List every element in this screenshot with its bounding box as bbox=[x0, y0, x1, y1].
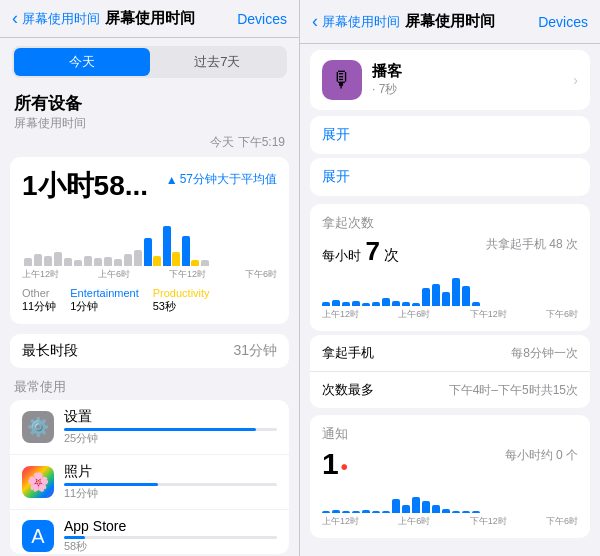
appstore-icon: A bbox=[22, 520, 54, 552]
usage-main-row: 1小时58... ▲ 57分钟大于平均值 bbox=[22, 167, 277, 205]
legend-other: Other 11分钟 bbox=[22, 287, 56, 314]
most-used-label: 最常使用 bbox=[0, 372, 299, 398]
chart-label-2: 下午12时 bbox=[169, 268, 206, 281]
chart-legend: Other 11分钟 Entertainment 1分钟 Productivit… bbox=[22, 287, 277, 314]
app-info-appstore: App Store 58秒 bbox=[64, 518, 277, 554]
segment-7days[interactable]: 过去7天 bbox=[150, 48, 286, 76]
podcast-time: · 7秒 bbox=[372, 81, 573, 98]
pickups-left: 每小时 7 次 bbox=[322, 236, 399, 267]
pickups-num: 7 bbox=[365, 236, 379, 266]
right-panel: ‹ 屏幕使用时间 屏幕使用时间 Devices 🎙 播客 · 7秒 › 展开 展… bbox=[300, 0, 600, 556]
app-name-appstore: App Store bbox=[64, 518, 277, 534]
pickups-unit: 次 bbox=[384, 246, 399, 263]
segment-today[interactable]: 今天 bbox=[14, 48, 150, 76]
usage-card: 1小时58... ▲ 57分钟大于平均值 bbox=[10, 157, 289, 324]
pickup-phone-label: 拿起手机 bbox=[322, 344, 374, 362]
legend-productivity: Productivity 53秒 bbox=[153, 287, 210, 314]
arrow-up-icon: ▲ bbox=[166, 173, 178, 187]
pickups-total: 共拿起手机 48 次 bbox=[486, 236, 578, 253]
app-name-settings: 设置 bbox=[64, 408, 277, 426]
left-back-icon: ‹ bbox=[12, 8, 18, 29]
podcast-icon: 🎙 bbox=[322, 60, 362, 100]
app-item-settings[interactable]: ⚙️ 设置 25分钟 bbox=[10, 400, 289, 455]
screen-time-sub: 屏幕使用时间 bbox=[14, 115, 285, 132]
usage-chart: 上午12时 上午6时 下午12时 下午6时 Other 11分钟 Enterta… bbox=[22, 211, 277, 314]
pickups-prefix: 每小时 bbox=[322, 248, 361, 263]
right-devices-btn[interactable]: Devices bbox=[538, 14, 588, 30]
notif-header: 通知 bbox=[322, 425, 578, 443]
notif-chart bbox=[322, 485, 578, 513]
podcast-name: 播客 bbox=[372, 62, 573, 81]
expand-row-2[interactable]: 展开 bbox=[310, 158, 590, 196]
app-list: ⚙️ 设置 25分钟 🌸 照片 11分钟 A App Store 58秒 bbox=[10, 400, 289, 554]
podcast-chevron: › bbox=[573, 72, 578, 88]
right-title: 屏幕使用时间 bbox=[405, 12, 495, 31]
app-name-photos: 照片 bbox=[64, 463, 277, 481]
left-panel: ‹ 屏幕使用时间 屏幕使用时间 Devices 今天 过去7天 所有设备 屏幕使… bbox=[0, 0, 300, 556]
app-time-photos: 11分钟 bbox=[64, 486, 277, 501]
left-devices-btn[interactable]: Devices bbox=[237, 11, 287, 27]
longest-label: 最长时段 bbox=[22, 342, 78, 360]
notifications-card: 通知 1 • 每小时约 0 个 上午12时 bbox=[310, 415, 590, 538]
legend-entertainment: Entertainment 1分钟 bbox=[70, 287, 138, 314]
right-back-text[interactable]: 屏幕使用时间 bbox=[322, 13, 400, 31]
chart-label-1: 上午6时 bbox=[98, 268, 130, 281]
usage-big-num: 1小时58... bbox=[22, 167, 148, 205]
right-header: ‹ 屏幕使用时间 屏幕使用时间 Devices bbox=[300, 0, 600, 44]
all-devices-section: 所有设备 屏幕使用时间 bbox=[0, 86, 299, 134]
chart-label-3: 下午6时 bbox=[245, 268, 277, 281]
most-times-row: 次数最多 下午4时–下午5时共15次 bbox=[310, 372, 590, 408]
all-devices-title: 所有设备 bbox=[14, 92, 285, 115]
app-info-settings: 设置 25分钟 bbox=[64, 408, 277, 446]
pickups-chart-labels: 上午12时 上午6时 下午12时 下午6时 bbox=[322, 308, 578, 321]
app-time-appstore: 58秒 bbox=[64, 539, 277, 554]
expand-row-1[interactable]: 展开 bbox=[310, 116, 590, 154]
app-info-photos: 照片 11分钟 bbox=[64, 463, 277, 501]
pickups-chart bbox=[322, 271, 578, 306]
app-time-settings: 25分钟 bbox=[64, 431, 277, 446]
chart-x-labels: 上午12时 上午6时 下午12时 下午6时 bbox=[22, 266, 277, 283]
notif-dot: • bbox=[341, 456, 348, 479]
chart-label-0: 上午12时 bbox=[22, 268, 59, 281]
date-row: 今天 下午5:19 bbox=[0, 134, 299, 151]
podcast-info: 播客 · 7秒 bbox=[372, 62, 573, 98]
usage-avg: ▲ 57分钟大于平均值 bbox=[166, 171, 277, 188]
most-times-label: 次数最多 bbox=[322, 381, 374, 399]
settings-icon: ⚙️ bbox=[22, 411, 54, 443]
app-item-photos[interactable]: 🌸 照片 11分钟 bbox=[10, 455, 289, 510]
pickups-header: 拿起次数 bbox=[322, 214, 578, 232]
photos-icon: 🌸 bbox=[22, 466, 54, 498]
segment-control: 今天 过去7天 bbox=[12, 46, 287, 78]
left-header: ‹ 屏幕使用时间 屏幕使用时间 Devices bbox=[0, 0, 299, 38]
podcast-card[interactable]: 🎙 播客 · 7秒 › bbox=[310, 50, 590, 110]
notif-main-row: 1 • 每小时约 0 个 bbox=[322, 447, 578, 481]
app-item-appstore[interactable]: A App Store 58秒 bbox=[10, 510, 289, 554]
pickup-phone-value: 每8分钟一次 bbox=[511, 345, 578, 362]
pickup-phone-row: 拿起手机 每8分钟一次 bbox=[310, 335, 590, 372]
left-back-btn[interactable]: ‹ 屏幕使用时间 bbox=[12, 8, 100, 29]
left-title: 屏幕使用时间 bbox=[105, 9, 195, 28]
left-back-text[interactable]: 屏幕使用时间 bbox=[22, 10, 100, 28]
right-back-icon: ‹ bbox=[312, 11, 318, 32]
pickups-main-row: 每小时 7 次 共拿起手机 48 次 bbox=[322, 236, 578, 267]
longest-row: 最长时段 31分钟 bbox=[10, 334, 289, 368]
longest-value: 31分钟 bbox=[233, 342, 277, 360]
notif-num: 1 • bbox=[322, 447, 348, 481]
most-times-value: 下午4时–下午5时共15次 bbox=[449, 382, 578, 399]
notif-avg: 每小时约 0 个 bbox=[505, 447, 578, 464]
right-back-btn[interactable]: ‹ 屏幕使用时间 bbox=[312, 11, 400, 32]
notif-chart-labels: 上午12时 上午6时 下午12时 下午6时 bbox=[322, 515, 578, 528]
pickups-card: 拿起次数 每小时 7 次 共拿起手机 48 次 bbox=[310, 204, 590, 331]
chart-bars bbox=[22, 211, 277, 266]
date-time: 今天 下午5:19 bbox=[210, 134, 285, 151]
